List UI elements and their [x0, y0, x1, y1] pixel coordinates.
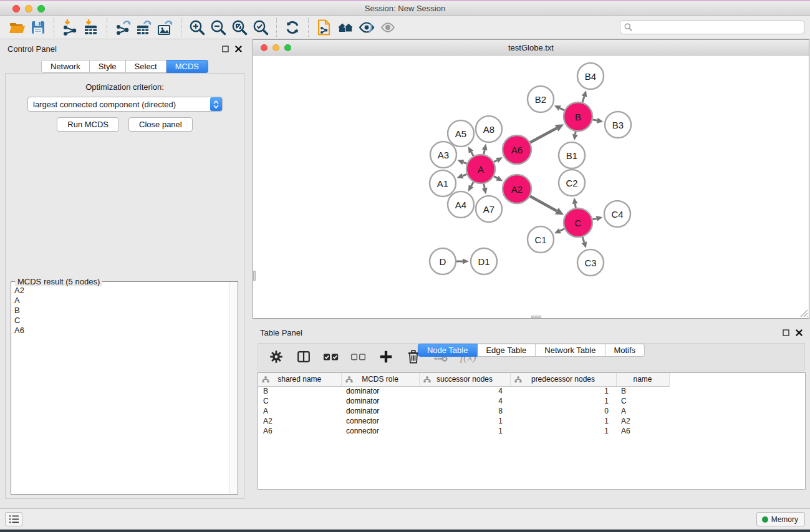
memory-button[interactable]: Memory [756, 512, 805, 526]
tab-edge-table[interactable]: Edge Table [477, 344, 536, 357]
table-cell[interactable]: C [258, 396, 341, 406]
float-panel-icon[interactable] [222, 46, 229, 52]
close-window-button[interactable] [12, 5, 20, 12]
select-all-columns-icon[interactable] [322, 347, 340, 366]
run-mcds-button[interactable]: Run MCDS [57, 117, 119, 132]
close-panel-icon[interactable] [796, 329, 803, 336]
search-input[interactable] [620, 20, 804, 34]
graph-edge[interactable] [484, 184, 485, 188]
graph-edge[interactable] [575, 132, 576, 135]
graph-edge[interactable] [560, 229, 564, 231]
graph-edge[interactable] [575, 204, 576, 208]
zoom-in-icon[interactable] [186, 18, 208, 37]
table-panel-header: Table Panel [253, 323, 810, 342]
tab-style[interactable]: Style [90, 60, 126, 73]
mcds-result-list[interactable]: A2ABCA6 [11, 282, 238, 494]
tab-motifs[interactable]: Motifs [605, 344, 645, 357]
graph-node-label: A1 [437, 178, 448, 189]
graph-edge[interactable] [582, 96, 584, 102]
deselect-all-columns-icon[interactable] [349, 347, 368, 366]
minimize-network-window-button[interactable] [272, 44, 279, 51]
column-header-shared-name[interactable]: shared name [258, 373, 341, 386]
table-cell[interactable]: A2 [258, 416, 341, 426]
graph-node-label: B3 [612, 120, 624, 130]
table-cell[interactable]: dominator [341, 396, 419, 406]
preview-eye-icon[interactable] [377, 18, 398, 37]
graph-node-label: B4 [585, 71, 596, 82]
graph-edge[interactable] [484, 150, 485, 154]
show-column-panel-icon[interactable] [294, 347, 313, 366]
graph-edge[interactable] [592, 218, 596, 219]
table-cell[interactable]: A6 [258, 426, 341, 436]
tab-select[interactable]: Select [126, 60, 166, 73]
export-table-icon[interactable] [133, 18, 155, 37]
zoom-out-icon[interactable] [208, 18, 229, 37]
column-settings-gear-icon[interactable] [267, 347, 286, 366]
graph-edge[interactable] [560, 108, 564, 110]
toolbar-separator [276, 18, 277, 37]
table-cell[interactable]: B [258, 386, 341, 396]
home-network-view-icon[interactable] [335, 18, 356, 37]
network-window-title: testGlobe.txt [508, 43, 554, 52]
result-list-scrollbar[interactable] [229, 282, 238, 494]
graph-edge[interactable] [471, 182, 474, 186]
new-session-from-network-icon[interactable] [314, 18, 335, 37]
export-network-icon[interactable] [112, 18, 133, 37]
optimization-criterion-select[interactable]: largest connected component (directed) [27, 97, 223, 112]
toolbar-search [620, 20, 804, 34]
mcds-result-item[interactable]: A [14, 296, 238, 306]
open-file-icon[interactable] [6, 18, 27, 37]
zoom-fit-icon[interactable] [229, 18, 250, 37]
import-table-icon[interactable] [80, 18, 102, 37]
zoom-window-button[interactable] [37, 5, 45, 12]
close-panel-button[interactable]: Close panel [128, 117, 193, 132]
network-graph[interactable]: B4B2BB3A5A8A6B1A3AA1C2A2A4A7C4CC1C3DD1 [253, 56, 809, 318]
zoom-network-window-button[interactable] [284, 44, 291, 51]
column-header-mcds-role[interactable]: MCDS role [341, 373, 419, 386]
graph-edge[interactable] [582, 237, 584, 243]
graph-node-label: A3 [438, 150, 449, 160]
tab-node-table[interactable]: Node Table [418, 344, 478, 357]
graph-edge[interactable] [494, 177, 497, 178]
close-panel-icon[interactable] [235, 46, 242, 52]
table-cell[interactable]: connector [341, 426, 419, 436]
add-column-icon[interactable] [377, 347, 395, 366]
task-history-button[interactable] [5, 512, 22, 526]
graph-edge[interactable] [463, 162, 467, 163]
splitter-handle[interactable] [531, 316, 541, 318]
mcds-result-box: MCDS result (5 nodes) A2ABCA6 [11, 281, 238, 495]
graph-edge[interactable] [593, 120, 597, 120]
table-cell[interactable]: dominator [341, 386, 419, 396]
tab-network[interactable]: Network [41, 60, 90, 73]
graph-edge[interactable] [530, 128, 557, 143]
graph-edge[interactable] [494, 160, 497, 162]
table-cell[interactable]: connector [341, 416, 419, 426]
tab-network-table[interactable]: Network Table [536, 344, 605, 357]
graph-edge[interactable] [471, 152, 474, 156]
save-session-icon[interactable] [27, 18, 49, 37]
import-network-icon[interactable] [59, 18, 80, 37]
float-panel-icon[interactable] [783, 329, 789, 336]
show-graphics-details-icon[interactable] [356, 18, 377, 37]
mcds-result-item[interactable]: B [14, 306, 238, 316]
close-network-window-button[interactable] [261, 44, 268, 51]
graph-edge[interactable] [530, 196, 557, 211]
table-cell[interactable]: dominator [341, 406, 419, 416]
tab-mcds[interactable]: MCDS [166, 60, 208, 73]
zoom-selected-icon[interactable] [250, 18, 271, 37]
graph-edge[interactable] [463, 174, 467, 176]
control-panel-title: Control Panel [7, 44, 57, 54]
mcds-result-item[interactable]: A6 [14, 326, 238, 336]
resize-grip-icon[interactable] [800, 309, 808, 317]
minimize-window-button[interactable] [25, 5, 32, 12]
mcds-result-item[interactable]: A2 [14, 286, 238, 296]
graph-edge-arrowhead [463, 259, 469, 264]
network-canvas[interactable]: B4B2BB3A5A8A6B1A3AA1C2A2A4A7C4CC1C3DD1 [253, 56, 809, 318]
splitter-handle[interactable] [253, 271, 256, 281]
export-image-icon[interactable] [155, 18, 176, 37]
graph-edge-arrowhead [597, 118, 604, 123]
refresh-view-icon[interactable] [282, 18, 303, 37]
mcds-result-item[interactable]: C [14, 316, 238, 326]
graph-node-label: B [575, 112, 581, 122]
table-cell[interactable]: A [258, 406, 341, 416]
